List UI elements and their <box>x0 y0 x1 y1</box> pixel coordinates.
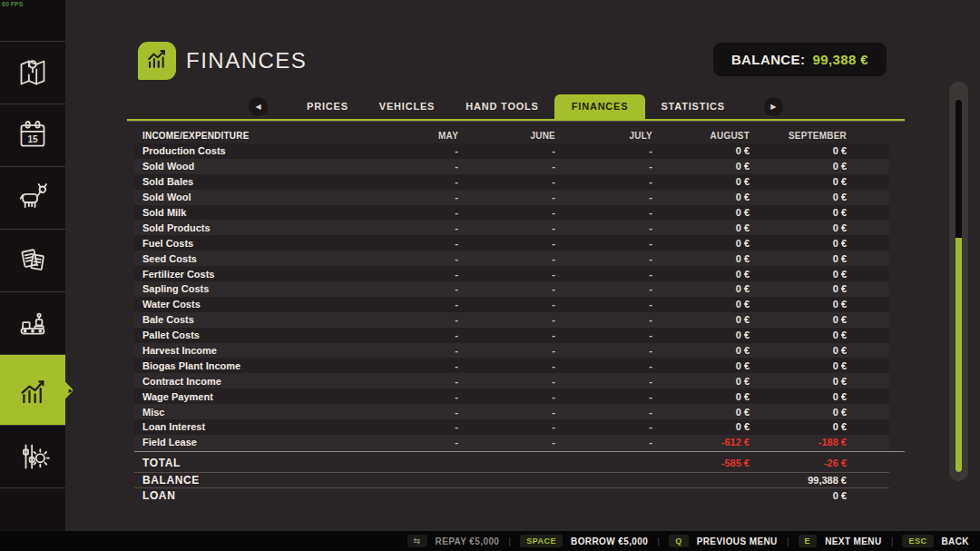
cell: - <box>458 299 555 310</box>
cell: - <box>458 161 555 172</box>
cell: - <box>361 391 458 402</box>
cell: 0 € <box>750 314 847 325</box>
scrollbar-thumb[interactable] <box>956 238 962 472</box>
cell: - <box>458 283 555 294</box>
summary-divider <box>134 451 905 452</box>
cell: 0 € <box>750 330 847 340</box>
row-label: Sold Wool <box>134 192 361 202</box>
hotkey-action-previous-menu[interactable]: QPREVIOUS MENU <box>669 535 778 547</box>
sidebar-item-production[interactable] <box>0 292 65 355</box>
cell: - <box>361 253 458 264</box>
sidebar-item-contracts[interactable] <box>0 230 65 292</box>
tab-prices[interactable]: PRICES <box>291 94 364 119</box>
table-row: Field Lease----612 €-188 € <box>134 435 889 450</box>
cell: -585 € <box>652 458 750 468</box>
table-row: Misc---0 €0 € <box>134 404 889 419</box>
key-badge: ESC <box>902 535 933 547</box>
cell: - <box>458 421 555 432</box>
table-row: Wage Payment---0 €0 € <box>134 389 889 404</box>
cell: 0 € <box>750 345 847 356</box>
table-row: Sold Milk---0 €0 € <box>134 205 889 221</box>
balance-value: 99,388 € <box>812 52 868 67</box>
row-label: Production Costs <box>134 145 361 156</box>
table-row: Sold Products---0 €0 € <box>134 220 889 235</box>
table-row: Loan Interest---0 €0 € <box>134 419 889 435</box>
cell: - <box>555 269 652 280</box>
footer-separator: | <box>508 536 511 546</box>
cell: - <box>458 269 555 280</box>
table-header-row: INCOME/EXPENDITUREMAYJUNEJULYAUGUSTSEPTE… <box>134 127 889 143</box>
row-label: TOTAL <box>134 457 361 469</box>
tabs-prev-button[interactable]: ◀ <box>249 97 268 116</box>
cell: 0 € <box>652 407 750 418</box>
cell: 0 € <box>652 145 750 156</box>
cell: - <box>361 192 458 202</box>
row-label: Misc <box>134 407 361 418</box>
row-label: Contract Income <box>134 376 361 387</box>
sidebar-item-animals[interactable] <box>0 167 65 230</box>
hotkey-action-back[interactable]: ESCBACK <box>902 535 969 547</box>
sidebar-item-map[interactable] <box>0 42 65 104</box>
row-label: Field Lease <box>134 437 361 448</box>
cell: 99,388 € <box>750 475 847 486</box>
cell: - <box>555 207 652 218</box>
key-badge: SPACE <box>520 535 563 547</box>
cell: - <box>458 222 555 233</box>
cell: - <box>555 192 652 202</box>
cell: 0 € <box>652 238 750 249</box>
cell: - <box>361 283 458 294</box>
cell: - <box>361 360 458 371</box>
cell: SEPTEMBER <box>750 131 847 141</box>
table-row: Production Costs---0 €0 € <box>134 143 889 159</box>
sidebar-item-finances[interactable]: ▸ <box>0 355 65 426</box>
table-row: Contract Income---0 €0 € <box>134 373 889 389</box>
tab-underline <box>127 119 905 122</box>
footer-hotbar: ⇆REPAY €5,000|SPACEBORROW €5,000|QPREVIO… <box>0 531 980 551</box>
balance-label: BALANCE: <box>731 52 806 67</box>
cell: - <box>555 376 652 387</box>
settings-icon <box>15 438 51 475</box>
action-label: BORROW €5,000 <box>571 536 648 546</box>
cell: - <box>555 345 652 356</box>
table-row: Fuel Costs---0 €0 € <box>134 235 889 251</box>
cell: 0 € <box>652 176 750 187</box>
production-icon <box>15 305 51 341</box>
action-label: BACK <box>942 536 970 546</box>
table-row: Sold Bales---0 €0 € <box>134 174 889 190</box>
cell: - <box>458 407 555 418</box>
scrollbar <box>949 82 968 481</box>
hotkey-action-repay-5-000: ⇆REPAY €5,000 <box>407 535 500 547</box>
cell: AUGUST <box>652 131 750 141</box>
table-row: Harvest Income---0 €0 € <box>134 343 889 359</box>
row-label: LOAN <box>134 489 361 502</box>
cell: 0 € <box>750 299 847 310</box>
tab-vehicles[interactable]: VEHICLES <box>364 94 450 119</box>
cell: - <box>361 330 458 340</box>
tabs-next-button[interactable]: ▶ <box>764 97 783 116</box>
summary-row-total: TOTAL-585 €-26 € <box>134 454 889 472</box>
scrollbar-track[interactable] <box>956 100 962 472</box>
table-row: Sapling Costs---0 €0 € <box>134 281 889 297</box>
table-row: Sold Wood---0 €0 € <box>134 159 889 174</box>
hotkey-action-borrow-5-000[interactable]: SPACEBORROW €5,000 <box>520 535 648 547</box>
finances-screen: 60 FPS 15▸ FINANCES BALANCE: 99,388 € ◀P… <box>0 0 980 551</box>
tab-hand-tools[interactable]: HAND TOOLS <box>450 94 554 119</box>
cell: - <box>361 407 458 418</box>
summary-row-loan: LOAN0 € <box>134 487 889 503</box>
sidebar-item-calendar[interactable]: 15 <box>0 104 65 167</box>
cell: - <box>361 299 458 310</box>
tab-finances[interactable]: FINANCES <box>554 94 646 119</box>
cell: 0 € <box>750 376 847 387</box>
hotkey-action-next-menu[interactable]: ENEXT MENU <box>799 535 882 547</box>
row-label: Fertilizer Costs <box>134 269 361 280</box>
sidebar-item-settings[interactable] <box>0 426 65 488</box>
cell: - <box>555 238 652 249</box>
cell: 0 € <box>652 360 750 371</box>
cell: 0 € <box>750 192 847 202</box>
tab-statistics[interactable]: STATISTICS <box>645 94 740 119</box>
finances-header-icon <box>138 42 176 80</box>
balance-badge: BALANCE: 99,388 € <box>713 43 887 76</box>
cell: - <box>361 437 458 448</box>
row-label: INCOME/EXPENDITURE <box>134 131 361 141</box>
cell: 0 € <box>750 407 847 418</box>
